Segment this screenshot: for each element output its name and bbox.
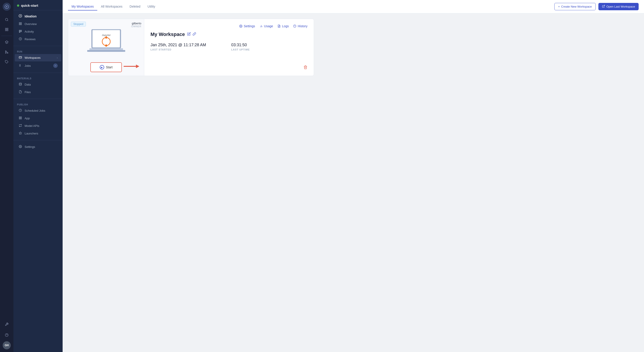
workspaces-icon [18,56,22,60]
sidebar-item-data[interactable]: Data [15,81,61,88]
link-workspace-icon[interactable] [192,32,196,37]
app-logo[interactable] [3,3,11,11]
plus-icon: + [558,5,560,8]
svg-rect-20 [19,24,20,25]
wrench-icon[interactable] [2,320,11,329]
svg-rect-3 [5,28,6,29]
jobs-icon [18,64,22,68]
detail-tab-history[interactable]: History [293,24,308,28]
content-area: My Workspaces All Workspaces Deleted Uti… [62,0,644,352]
sidebar-item-reviews[interactable]: Reviews [15,35,61,43]
svg-rect-40 [19,118,20,119]
svg-rect-6 [7,30,8,31]
sidebar-item-activity[interactable]: Activity [15,28,61,35]
activity-label: Activity [24,30,58,33]
history-icon [293,24,296,28]
svg-point-10 [5,52,6,53]
sidebar-item-scheduled-jobs[interactable]: Scheduled Jobs [15,107,61,114]
laptop-illustration: Jupyter [87,29,125,56]
tab-utility[interactable]: Utility [144,3,159,10]
git-icon[interactable] [2,48,11,56]
settings-section: Settings [14,141,62,153]
tab-my-workspaces[interactable]: My Workspaces [68,3,97,10]
launchers-label: Launchers [24,132,58,135]
grid-icon[interactable] [2,25,11,34]
main-content: Stopped gilberto OWNER Jupyter [62,13,644,352]
play-icon: ▶ [100,65,104,69]
user-avatar[interactable]: GH [3,341,11,349]
workspace-owner: gilberto OWNER [131,22,141,28]
usage-icon [260,24,263,28]
status-dot [17,4,19,7]
svg-marker-42 [19,132,22,134]
tab-all-workspaces[interactable]: All Workspaces [97,3,126,10]
svg-rect-24 [19,31,20,32]
svg-point-49 [105,36,107,39]
model-apis-label: Model APIs [24,124,58,128]
delete-workspace-button[interactable] [304,65,308,70]
publish-label: PUBLISH [14,102,62,107]
svg-rect-5 [5,30,6,31]
tab-deleted[interactable]: Deleted [126,3,144,10]
open-last-workspace-button[interactable]: Open Last Workspace [598,3,639,10]
jobs-add-badge[interactable]: + [53,63,58,68]
external-link-icon [602,5,605,8]
workspace-tabs: My Workspaces All Workspaces Deleted Uti… [68,3,159,10]
sidebar-item-jobs[interactable]: Jobs + [15,62,61,70]
ideation-section: Ideation Overview Activity [14,10,62,45]
workspaces-chevron: › [57,56,58,59]
detail-tab-logs[interactable]: Logs [278,24,289,28]
activity-icon [18,30,22,33]
overview-label: Overview [24,22,58,26]
svg-point-8 [7,52,8,53]
owner-name: gilberto [131,22,141,25]
svg-point-50 [105,44,107,47]
create-workspace-label: Create New Workspace [561,5,592,8]
icon-sidebar: GH [0,0,14,352]
detail-tab-settings[interactable]: Settings [239,24,255,28]
sidebar-item-model-apis[interactable]: Model APIs [15,122,61,130]
data-icon [18,83,22,86]
last-started-item: Jan 25th, 2021 @ 11:17:28 AM LAST STARTE… [150,43,227,51]
svg-rect-21 [20,24,22,25]
app-icon [18,116,22,120]
settings-tab-label: Settings [244,24,255,28]
tag-icon[interactable] [2,57,11,66]
help-icon[interactable] [2,331,11,340]
svg-point-55 [240,26,241,26]
logs-icon [278,24,281,28]
svg-point-35 [20,66,20,66]
edit-workspace-icon[interactable] [187,32,191,37]
svg-point-34 [20,65,20,65]
search-icon[interactable] [2,15,11,24]
svg-point-30 [20,64,20,65]
svg-rect-23 [20,30,22,31]
svg-rect-18 [19,22,20,23]
sidebar-item-settings[interactable]: Settings [15,143,61,151]
sidebar-item-ideation[interactable]: Ideation [15,12,61,20]
svg-point-33 [20,64,20,65]
start-button[interactable]: ▶ Start [90,62,122,72]
sidebar-header: quick-start [14,0,62,10]
svg-rect-39 [20,117,22,118]
svg-point-1 [5,18,8,21]
sidebar-item-workspaces[interactable]: Workspaces › [15,54,61,61]
ideation-icon [18,14,22,18]
workspace-status-badge: Stopped [71,22,86,26]
detail-tab-usage[interactable]: Usage [260,24,273,28]
workspace-meta: Jan 25th, 2021 @ 11:17:28 AM LAST STARTE… [150,43,308,51]
svg-point-32 [20,66,20,66]
svg-rect-38 [19,117,20,118]
launchers-icon [18,132,22,135]
sidebar-item-launchers[interactable]: Launchers [15,130,61,137]
reviews-label: Reviews [24,37,58,41]
svg-rect-41 [20,118,22,119]
run-section: RUN Workspaces › [14,47,62,72]
svg-point-43 [20,146,21,147]
sidebar-item-overview[interactable]: Overview [15,20,61,28]
create-workspace-button[interactable]: + Create New Workspace [554,3,596,10]
sidebar-item-app[interactable]: App [15,115,61,122]
sidebar-item-files[interactable]: Files [15,88,61,96]
svg-line-2 [8,20,8,21]
layers-icon[interactable] [2,38,11,47]
